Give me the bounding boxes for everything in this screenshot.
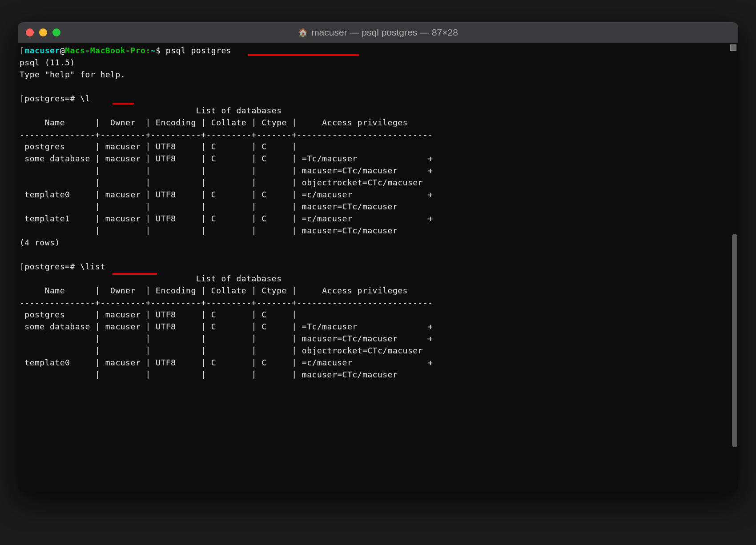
bracket-open-3: [ [20, 262, 24, 271]
prompt-user: macuser [24, 46, 60, 55]
shell-command: psql postgres [166, 46, 231, 55]
psql-command-2: \list [80, 262, 105, 271]
prompt-host: Macs-MacBook-Pro [65, 46, 145, 55]
table1-footer: (4 rows) [20, 238, 60, 247]
table2-row-2: | | | | | macuser=CTc/macuser + [20, 334, 433, 343]
table1-row-5: | | | | | macuser=CTc/macuser [20, 202, 398, 211]
table2-row-5: | | | | | macuser=CTc/macuser [20, 370, 398, 379]
table1-row-6: template1 | macuser | UTF8 | C | C | =c/… [20, 214, 433, 223]
prompt-symbol: $ [156, 46, 161, 55]
bracket-open: [ [20, 46, 24, 55]
psql-prompt-1: postgres=# [24, 94, 75, 103]
table2-divider: ---------------+---------+----------+---… [20, 298, 433, 307]
window-title: 🏠 macuser — psql postgres — 87×28 [298, 27, 458, 38]
table1-title: List of databases [20, 106, 282, 115]
terminal-window: 🏠 macuser — psql postgres — 87×28 [macus… [18, 22, 738, 492]
prompt-at: @ [60, 46, 65, 55]
underline-annotation-2 [113, 103, 134, 104]
table1-header: Name | Owner | Encoding | Collate | Ctyp… [20, 118, 433, 127]
close-button[interactable] [26, 28, 34, 36]
scroll-indicator-icon [730, 44, 736, 51]
psql-command-1: \l [80, 94, 90, 103]
prompt-path: ~ [151, 46, 156, 55]
psql-prompt-2: postgres=# [24, 262, 75, 271]
prompt-sep: : [145, 46, 150, 55]
table1-row-4: template0 | macuser | UTF8 | C | C | =c/… [20, 190, 433, 199]
table1-row-0: postgres | macuser | UTF8 | C | C | [20, 142, 302, 151]
psql-help: Type "help" for help. [20, 70, 125, 79]
prompt-space [161, 46, 165, 55]
minimize-button[interactable] [39, 28, 47, 36]
underline-annotation-3 [113, 273, 157, 275]
table1-row-2: | | | | | macuser=CTc/macuser + [20, 166, 433, 175]
home-icon: 🏠 [298, 28, 308, 37]
table2-header: Name | Owner | Encoding | Collate | Ctyp… [20, 286, 433, 295]
table1-row-3: | | | | | objectrocket=CTc/macuser [20, 178, 423, 187]
table2-row-3: | | | | | objectrocket=CTc/macuser [20, 346, 423, 355]
terminal-content[interactable]: [macuser@Macs-MacBook-Pro:~$ psql postgr… [20, 44, 736, 381]
table2-row-0: postgres | macuser | UTF8 | C | C | [20, 310, 302, 319]
bracket-open-2: [ [20, 94, 24, 103]
table1-row-1: some_database | macuser | UTF8 | C | C |… [20, 154, 433, 163]
title-label: macuser — psql postgres — 87×28 [311, 27, 458, 38]
maximize-button[interactable] [52, 28, 60, 36]
table1-divider: ---------------+---------+----------+---… [20, 130, 433, 139]
table2-title: List of databases [20, 274, 282, 283]
table2-row-4: template0 | macuser | UTF8 | C | C | =c/… [20, 358, 433, 367]
underline-annotation-1 [248, 54, 359, 56]
table2-row-1: some_database | macuser | UTF8 | C | C |… [20, 322, 433, 331]
terminal-body[interactable]: [macuser@Macs-MacBook-Pro:~$ psql postgr… [18, 43, 738, 492]
psql-version: psql (11.5) [20, 58, 75, 67]
table1-row-7: | | | | | macuser=CTc/macuser [20, 226, 398, 235]
scrollbar-thumb[interactable] [732, 234, 737, 447]
title-bar[interactable]: 🏠 macuser — psql postgres — 87×28 [18, 22, 738, 43]
traffic-lights [26, 28, 60, 36]
